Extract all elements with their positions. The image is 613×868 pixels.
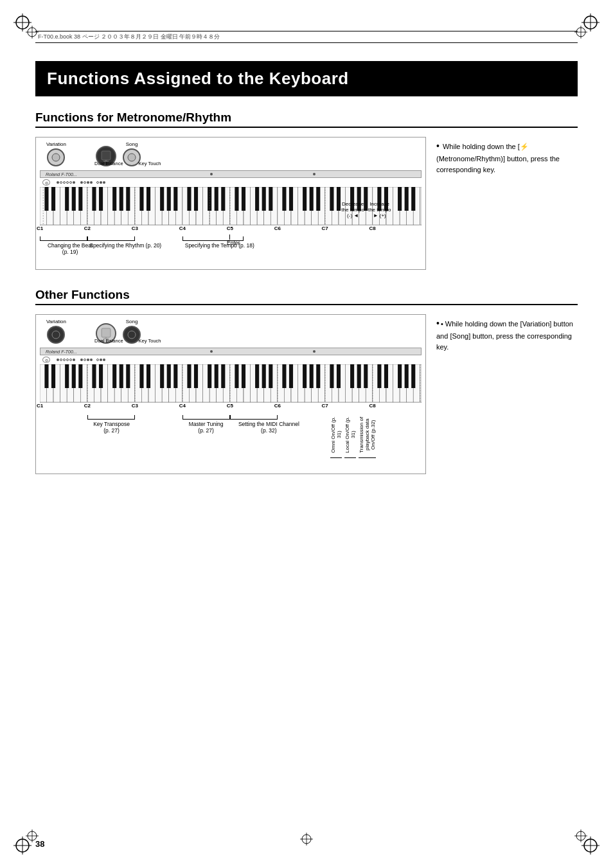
svg-rect-119 <box>337 187 341 211</box>
svg-rect-216 <box>221 364 225 388</box>
svg-rect-99 <box>147 187 150 211</box>
main-title: Functions Assigned to the Keyboard <box>35 61 578 96</box>
reg-bottom-center <box>300 833 313 847</box>
svg-rect-222 <box>282 364 286 388</box>
svg-rect-196 <box>420 364 422 402</box>
key-touch-label: Key Touch <box>139 161 161 166</box>
svg-rect-226 <box>316 364 320 388</box>
piano-keys-other <box>40 364 422 403</box>
svg-rect-25 <box>102 151 111 160</box>
sub-labels: Dual Balance Key Touch <box>94 161 161 166</box>
other-note-text: • While holding down the [Variation] but… <box>436 320 573 351</box>
c3-label-2: C3 <box>132 403 138 409</box>
led-row-metro: ⊙ <box>40 178 422 187</box>
svg-rect-126 <box>405 187 409 211</box>
svg-rect-224 <box>303 364 306 388</box>
svg-rect-212 <box>187 364 191 388</box>
svg-rect-228 <box>337 364 341 388</box>
svg-point-24 <box>52 154 60 161</box>
svg-rect-88 <box>44 187 48 211</box>
svg-rect-219 <box>255 364 259 388</box>
svg-rect-97 <box>126 187 130 211</box>
svg-rect-206 <box>126 364 130 388</box>
tuning-bracket <box>182 413 230 420</box>
midi-annotation: Setting the MIDI Channel (p. 32) <box>238 421 299 434</box>
rhythm-annotation: Specifying the Rhythm (p. 20) <box>89 242 161 249</box>
beat-annotation: Changing the Beat (p. 19) <box>48 242 93 255</box>
svg-rect-92 <box>78 187 82 211</box>
svg-rect-102 <box>173 187 177 211</box>
midi-bracket <box>230 413 278 420</box>
svg-rect-213 <box>194 364 198 388</box>
sub-labels-2: Dual Balance Key Touch <box>94 338 161 344</box>
svg-rect-118 <box>330 187 333 211</box>
svg-rect-106 <box>215 187 218 211</box>
svg-rect-221 <box>269 364 272 388</box>
c7-label: C7 <box>322 226 328 231</box>
piano-top-bar-other: Roland F-T00... <box>40 348 422 355</box>
c3-label: C3 <box>132 226 138 231</box>
c6-label-2: C6 <box>274 403 281 409</box>
svg-rect-199 <box>65 364 69 388</box>
annotations-other: Key Transpose (p. 27) Master Tuning (p. … <box>40 413 422 471</box>
c2-label-2: C2 <box>84 403 91 409</box>
keyboard-diagram-metronome: Variation <box>35 137 426 270</box>
piano-top-bar-metro: Roland F-T00... <box>40 170 422 178</box>
note-labels-other: C1 C2 C3 C4 C5 C6 C7 C8 <box>40 403 422 411</box>
svg-rect-107 <box>221 187 225 211</box>
variation-btn[interactable] <box>47 148 65 166</box>
decrease-tempo: Decrease the tempo (-) ◄ <box>341 201 364 218</box>
svg-rect-94 <box>99 187 103 211</box>
svg-rect-203 <box>99 364 103 388</box>
omni-label: Omni On/Off (p. 31) <box>330 413 342 458</box>
svg-rect-234 <box>398 364 402 388</box>
dot-center1 <box>210 173 213 175</box>
svg-rect-197 <box>44 364 48 388</box>
increase-tempo: Increase the tempo ► (+) <box>368 201 391 218</box>
svg-rect-127 <box>411 187 415 211</box>
led-icon-2: ⊙ <box>42 357 50 363</box>
tempo-annotation: Specifying the Tempo (p. 18) <box>185 242 254 249</box>
led-icon: ⊙ <box>42 179 50 186</box>
section-heading-metronome: Functions for Metronome/Rhythm <box>35 111 578 128</box>
rhythm-bracket <box>87 235 135 241</box>
svg-rect-103 <box>187 187 191 211</box>
led-row-other: ⊙ <box>40 355 422 364</box>
svg-rect-211 <box>173 364 177 388</box>
svg-rect-198 <box>51 364 55 388</box>
svg-rect-205 <box>120 364 123 388</box>
metro-note: • While holding down the [⚡ (Metronome/R… <box>436 137 578 175</box>
svg-rect-202 <box>92 364 96 388</box>
svg-rect-87 <box>420 187 422 225</box>
dual-balance-label: Dual Balance <box>94 161 123 166</box>
variation-btn-2[interactable] <box>47 326 65 344</box>
keyboard-section-other: Variation <box>35 314 578 474</box>
svg-rect-217 <box>235 364 238 388</box>
svg-rect-95 <box>112 187 116 211</box>
section-other: Other Functions Variation <box>35 288 578 474</box>
buttons-area-metro: Variation <box>40 141 422 166</box>
svg-rect-98 <box>139 187 143 211</box>
c5-label: C5 <box>227 226 233 231</box>
beat-bracket <box>40 235 87 241</box>
variation-btn-group-2: Variation <box>46 319 66 344</box>
page-content: Functions Assigned to the Keyboard Funct… <box>35 61 578 833</box>
tempo-arrows: Decrease the tempo (-) ◄ Increase the te… <box>341 201 391 218</box>
enter-annotation: Enter <box>227 235 240 246</box>
c4-label-2: C4 <box>179 403 186 409</box>
c8-label: C8 <box>369 226 376 231</box>
variation-label: Variation <box>46 141 66 147</box>
svg-point-134 <box>52 331 60 339</box>
brand-label: Roland F-T00... <box>46 172 77 177</box>
svg-rect-109 <box>242 187 245 211</box>
svg-rect-112 <box>269 187 272 211</box>
brand-label-2: Roland F-T00... <box>46 350 77 354</box>
svg-rect-225 <box>310 364 314 388</box>
variation-btn-group: Variation <box>46 141 66 166</box>
svg-rect-207 <box>139 364 143 388</box>
transpose-annotation: Key Transpose (p. 27) <box>93 421 130 434</box>
annotations-metro: Changing the Beat (p. 19) Specifying the… <box>40 235 422 267</box>
svg-rect-220 <box>262 364 266 388</box>
svg-rect-236 <box>411 364 415 388</box>
svg-rect-91 <box>72 187 76 211</box>
